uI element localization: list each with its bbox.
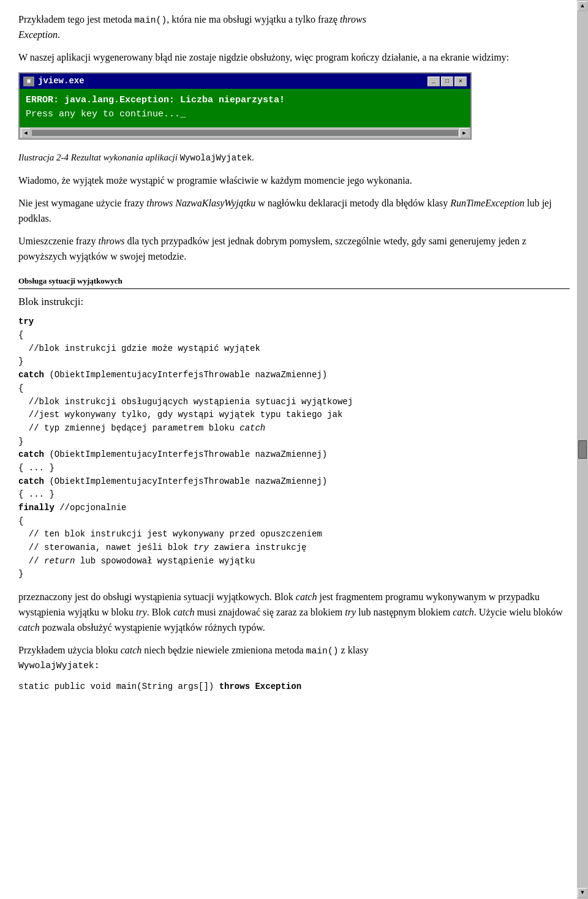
jview-app-icon: ▣ [23, 77, 34, 86]
final-code-text: static public void main(String args[]) [18, 682, 219, 691]
caption-dot: . [252, 152, 254, 162]
bp1-text6: . Użycie wielu bloków [474, 607, 563, 617]
final-code-line: static public void main(String args[]) t… [18, 680, 570, 693]
bp1-try2: try [345, 607, 356, 617]
para-5: Umieszczenie frazy throws dla tych przyp… [18, 234, 570, 265]
maximize-button[interactable]: □ [441, 77, 453, 86]
scroll-right-arrow[interactable]: ► [459, 128, 469, 138]
bp1-catch: catch [296, 592, 317, 602]
jview-window: ▣ jview.exe _ □ ✕ ERROR: java.lang.Excep… [18, 72, 472, 140]
para5-start: Umieszczenie frazy [18, 236, 99, 246]
final-code-bind: static public void main(String args[]) [18, 682, 219, 691]
intro-para-1: Przykładem tego jest metoda main(), któr… [18, 12, 570, 43]
bp1-catch3: catch [453, 607, 474, 617]
jview-body: ERROR: java.lang.Exception: Liczba niepa… [20, 89, 470, 127]
bp1-text3: . Blok [147, 607, 173, 617]
bp1-text7: pozwala obsłużyć wystąpienie wyjątków ró… [40, 622, 265, 633]
para4-nazwaklasy: NazwaKlasyWyjątku [175, 198, 255, 208]
illustration-caption: Ilustracja 2-4 Rezultat wykonania aplika… [18, 151, 570, 165]
lp-main-code: main() [306, 646, 339, 656]
section-heading: Obsługa sytuacji wyjątkowych [18, 275, 570, 289]
jview-body-area: ERROR: java.lang.Exception: Liczba niepa… [20, 89, 470, 127]
minimize-button[interactable]: _ [428, 77, 440, 86]
bottom-para-2: Przykładem użycia bloku catch niech będz… [18, 643, 570, 674]
para4-mid2: w nagłówku deklaracji metody dla błędów … [255, 198, 450, 208]
bp1-try: try [136, 607, 147, 617]
intro-para-2-text: W naszej aplikacji wygenerowany błąd nie… [18, 52, 509, 62]
para-4: Nie jest wymagane użycie frazy throws Na… [18, 196, 570, 227]
bp1-text5: lub następnym blokiem [356, 607, 453, 617]
lp-text2: niech będzie niewiele zmieniona metoda [141, 645, 306, 655]
para-3: Wiadomo, że wyjątek może wystąpić w prog… [18, 173, 570, 189]
close-button[interactable]: ✕ [454, 77, 467, 86]
bp1-catch4: catch [18, 622, 40, 633]
bp1-text1: przeznaczony jest do obsługi wystąpienia… [18, 592, 296, 602]
scrollbar-right[interactable]: ▲ ▼ [577, 0, 588, 705]
error-line: ERROR: java.lang.Exception: Liczba niepa… [26, 94, 451, 108]
throws-italic: throws [340, 14, 366, 24]
intro-text-1c: . [58, 29, 60, 40]
code-block: try { //blok instrukcji gdzie może wystą… [18, 315, 570, 581]
lp-text1: Przykładem użycia bloku [18, 645, 121, 655]
jview-titlebar: ▣ jview.exe _ □ ✕ [20, 73, 470, 89]
lp-classname: WywolajWyjatek: [18, 661, 100, 671]
bp1-text4: musi znajdować się zaraz za blokiem [195, 607, 345, 617]
titlebar-buttons: _ □ ✕ [428, 77, 467, 86]
bottom-para-1: przeznaczony jest do obsługi wystąpienia… [18, 590, 570, 635]
para4-start: Nie jest wymagane użycie frazy [18, 198, 146, 208]
caption-text: Ilustracja 2-4 Rezultat wykonania aplika… [18, 152, 180, 162]
bp1-catch2: catch [173, 607, 195, 617]
intro-para-2: W naszej aplikacji wygenerowany błąd nie… [18, 50, 570, 66]
lp-catch: catch [121, 645, 142, 655]
jview-title: jview.exe [38, 75, 85, 88]
para4-runtime: RunTimeException [450, 198, 524, 208]
lp-text3: z klasy [339, 645, 369, 655]
final-code-bold: throws Exception [219, 682, 301, 691]
para-3-text: Wiadomo, że wyjątek może wystąpić w prog… [18, 175, 412, 186]
caption-appname: WywolajWyjatek [180, 153, 252, 163]
prompt-line: Press any key to continue..._ [26, 108, 451, 122]
para4-throws: throws [146, 198, 173, 208]
scroll-up-arrow[interactable]: ▲ [578, 1, 587, 11]
blok-heading: Blok instrukcji: [18, 294, 570, 310]
jview-content: ERROR: java.lang.Exception: Liczba niepa… [26, 94, 464, 121]
intro-text-1: Przykładem tego jest metoda [18, 14, 134, 24]
para5-throws: throws [99, 236, 125, 246]
cb-try: try { //blok instrukcji gdzie może wystą… [18, 317, 353, 579]
scroll-thumb[interactable] [578, 440, 587, 459]
blok-heading-text: Blok instrukcji: [18, 296, 83, 307]
exception-italic: Exception [18, 29, 58, 40]
scroll-htrack [32, 130, 458, 136]
main-code-ref: main() [134, 15, 167, 25]
scroll-left-arrow[interactable]: ◄ [21, 128, 31, 138]
intro-text-1b: , która nie ma obsługi wyjątku a tylko f… [167, 14, 340, 24]
scrollbar-bottom[interactable]: ◄ ► [20, 127, 470, 138]
section-heading-text: Obsługa sytuacji wyjątkowych [18, 276, 123, 285]
titlebar-left: ▣ jview.exe [23, 75, 85, 88]
